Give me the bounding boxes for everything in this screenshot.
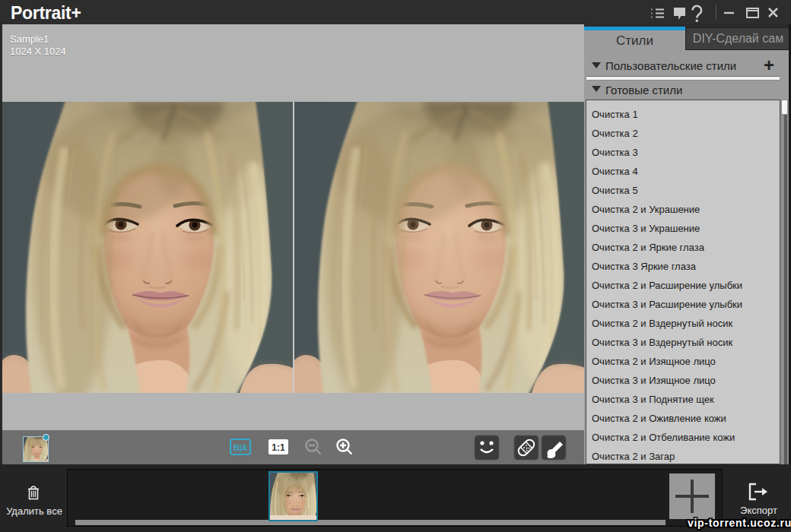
svg-text:1:1: 1:1 [272, 442, 285, 453]
svg-text:B|A: B|A [233, 443, 248, 452]
